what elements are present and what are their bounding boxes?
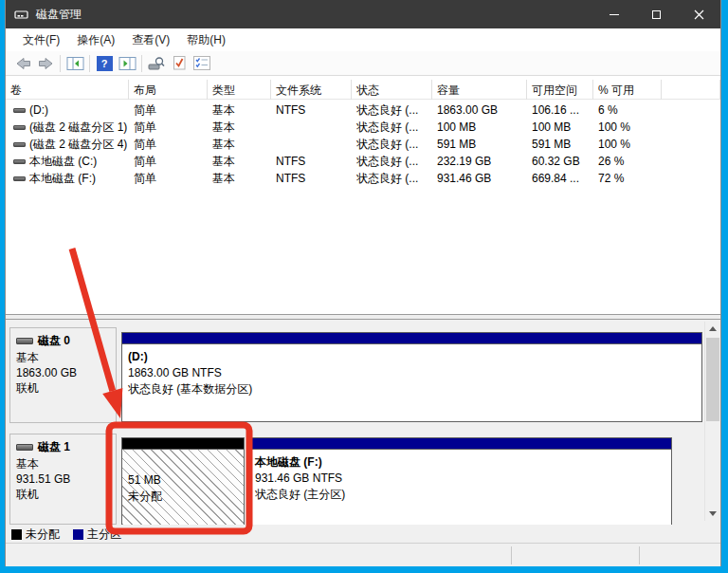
volume-name: (D:) — [29, 103, 48, 117]
disk1-label-box[interactable]: 磁盘 1 基本 931.51 GB 联机 — [9, 434, 117, 525]
maximize-button[interactable] — [635, 0, 678, 28]
table-row[interactable]: 本地磁盘 (C:) 简单 基本 NTFS 状态良好 (... 232.19 GB… — [6, 153, 720, 170]
disk-kind: 基本 — [16, 456, 116, 471]
column-header-blank — [662, 80, 720, 100]
table-row[interactable]: (磁盘 2 磁盘分区 1) 简单 基本 状态良好 (... 100 MB 100… — [6, 119, 720, 136]
help-button[interactable]: ? — [93, 53, 116, 74]
toolbar-separator — [60, 55, 61, 72]
maximize-icon — [652, 10, 661, 19]
volume-status: 状态良好 (... — [352, 120, 432, 136]
column-header-filesystem[interactable]: 文件系统 — [271, 80, 352, 100]
volume-free-pct: 72 % — [593, 172, 662, 185]
volume-icon — [13, 125, 26, 130]
column-header-status[interactable]: 状态 — [352, 80, 432, 100]
disk-graphical-pane: 磁盘 0 基本 1863.00 GB 联机 (D:) 1863.00 GB NT… — [6, 320, 720, 543]
back-button[interactable] — [11, 53, 34, 74]
volume-fs: NTFS — [271, 103, 352, 117]
checklist-icon — [193, 56, 210, 70]
column-header-capacity[interactable]: 容量 — [432, 80, 527, 100]
status-bar-divider — [511, 546, 512, 564]
volume-status: 状态良好 (... — [352, 171, 432, 187]
unallocated-swatch — [11, 529, 22, 540]
partition-size: 1863.00 GB NTFS — [128, 365, 701, 381]
column-header-free-space[interactable]: 可用空间 — [527, 80, 593, 100]
properties-list-button[interactable] — [191, 53, 213, 74]
status-bar — [6, 543, 720, 566]
disk-drive-icon — [14, 8, 29, 21]
close-button[interactable] — [678, 0, 720, 28]
column-header-type[interactable]: 类型 — [208, 80, 271, 100]
volume-list-pane: 卷 布局 类型 文件系统 状态 容量 可用空间 % 可用 (D:) 简单 基本 … — [6, 76, 720, 314]
disk-drive-icon — [16, 338, 33, 344]
table-row[interactable]: (D:) 简单 基本 NTFS 状态良好 (... 1863.00 GB 106… — [6, 102, 720, 119]
volume-name: (磁盘 2 磁盘分区 1) — [29, 120, 127, 136]
volume-capacity: 232.19 GB — [432, 155, 527, 168]
volume-free: 60.32 GB — [527, 155, 593, 168]
menu-file[interactable]: 文件(F) — [14, 29, 68, 51]
window-title: 磁盘管理 — [36, 7, 82, 23]
volume-free-pct: 100 % — [593, 120, 662, 134]
check-disk-button[interactable] — [168, 53, 191, 74]
volume-free: 100 MB — [527, 120, 593, 134]
volume-layout: 简单 — [129, 102, 208, 119]
disk-size: 1863.00 GB — [16, 365, 116, 380]
disk0-label-box[interactable]: 磁盘 0 基本 1863.00 GB 联机 — [9, 327, 117, 423]
desktop: { "window": { "title": "磁盘管理" }, "menu":… — [0, 0, 728, 573]
column-header-volume[interactable]: 卷 — [6, 80, 129, 100]
show-action-pane-button[interactable] — [116, 53, 138, 74]
disk-management-window: 磁盘管理 文件(F) 操作(A) 查看(V) 帮助(H) — [5, 0, 721, 566]
volume-layout: 简单 — [129, 154, 208, 170]
volume-layout: 简单 — [129, 120, 208, 136]
volume-status: 状态良好 (... — [352, 137, 432, 153]
table-row[interactable]: (磁盘 2 磁盘分区 4) 简单 基本 状态良好 (... 591 MB 591… — [6, 136, 720, 153]
legend-unallocated-label: 未分配 — [26, 527, 60, 543]
action-pane-icon — [118, 56, 136, 71]
toolbar-separator — [141, 55, 142, 72]
disk0-partition-d[interactable]: (D:) 1863.00 GB NTFS 状态良好 (基本数据分区) — [121, 332, 702, 422]
help-icon: ? — [97, 56, 113, 71]
volume-free-pct: 26 % — [593, 155, 662, 168]
volume-icon — [13, 108, 26, 113]
legend-primary: 主分区 — [73, 527, 121, 543]
partition-size: 51 MB — [128, 472, 244, 489]
disk-view-button[interactable] — [145, 53, 168, 74]
column-header-layout[interactable]: 布局 — [129, 80, 208, 100]
show-console-tree-button[interactable] — [64, 53, 86, 74]
partition-size: 931.46 GB NTFS — [255, 471, 671, 487]
volume-icon — [13, 159, 26, 164]
forward-button[interactable] — [34, 53, 57, 74]
vertical-scrollbar[interactable] — [704, 322, 719, 521]
volume-name: 本地磁盘 (F:) — [29, 171, 96, 187]
disk-magnifier-icon — [148, 56, 166, 71]
volume-capacity: 100 MB — [432, 120, 527, 134]
title-bar[interactable]: 磁盘管理 — [6, 0, 720, 28]
table-row[interactable]: 本地磁盘 (F:) 简单 基本 NTFS 状态良好 (... 931.46 GB… — [6, 170, 720, 187]
primary-swatch — [73, 529, 83, 540]
partition-name: 本地磁盘 (F:) — [255, 454, 671, 471]
menu-help[interactable]: 帮助(H) — [178, 29, 234, 51]
scrollbar-thumb[interactable] — [706, 338, 719, 421]
back-arrow-icon — [14, 56, 32, 71]
disk1-unallocated-region[interactable]: 51 MB 未分配 — [121, 437, 245, 525]
disk-size: 931.51 GB — [16, 471, 116, 487]
disk-name: 磁盘 1 — [38, 439, 70, 454]
column-header-free-pct[interactable]: % 可用 — [593, 80, 662, 100]
volume-free: 591 MB — [527, 138, 593, 151]
menu-action[interactable]: 操作(A) — [68, 29, 123, 51]
disk1-partition-f[interactable]: 本地磁盘 (F:) 931.46 GB NTFS 状态良好 (主分区) — [248, 437, 672, 525]
unallocated-partition-bar — [122, 438, 244, 450]
volume-free: 106.16 ... — [527, 103, 593, 117]
volume-type: 基本 — [208, 171, 271, 187]
partition-status: 状态良好 (主分区) — [255, 487, 671, 503]
disk-kind: 基本 — [16, 350, 116, 365]
scroll-up-button[interactable] — [705, 322, 720, 336]
menu-view[interactable]: 查看(V) — [123, 29, 178, 51]
volume-capacity: 931.46 GB — [432, 172, 527, 185]
volume-layout: 简单 — [129, 171, 208, 187]
scroll-down-button[interactable] — [705, 507, 720, 521]
minimize-button[interactable] — [592, 0, 635, 28]
chevron-up-icon — [709, 326, 717, 331]
disk-state: 联机 — [16, 380, 116, 396]
volume-type: 基本 — [208, 102, 271, 119]
volume-status: 状态良好 (... — [352, 102, 432, 119]
